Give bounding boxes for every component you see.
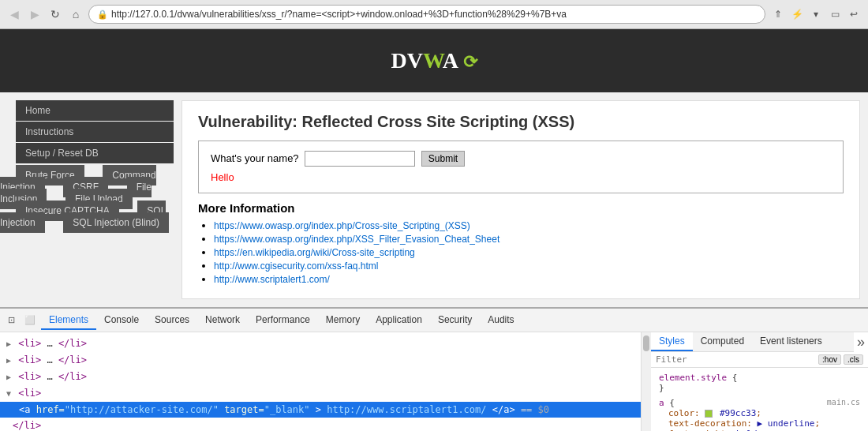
tag-open: <li> <box>18 371 41 382</box>
dvwa-logo-text: DV <box>391 48 422 73</box>
tag-close: </li> <box>58 338 87 349</box>
dvwa-header: DVWA ⟳ <box>0 29 868 92</box>
address-bar[interactable]: 🔒 http://127.0.0.1/dvwa/vulnerabilities/… <box>88 5 765 24</box>
security-icon: 🔒 <box>97 9 108 20</box>
links-list: https://www.owasp.org/index.php/Cross-si… <box>198 219 844 285</box>
reload-button[interactable]: ↻ <box>47 6 63 22</box>
link-1[interactable]: https://www.owasp.org/index.php/Cross-si… <box>214 220 470 231</box>
tab-elements[interactable]: Elements <box>41 311 96 330</box>
styles-content: element.style { } a { main.cs color: <box>651 368 868 431</box>
style-selector: element.style <box>659 373 727 383</box>
expand-arrow[interactable]: ▼ <box>6 389 11 398</box>
styles-tab-styles[interactable]: Styles <box>651 332 693 351</box>
styles-panel: Styles Computed Event listeners » :hov .… <box>651 332 868 431</box>
dom-tree-panel: ▶ <li> … </li> ▶ <li> … </li> ▶ <li> … <… <box>0 332 642 431</box>
dom-line[interactable]: ▶ <li> … </li> <box>0 352 641 369</box>
share-icon[interactable]: ⇑ <box>770 6 786 22</box>
tag-open: <li> <box>18 388 41 399</box>
list-item: http://www.scriptalert1.com/ <box>214 273 844 285</box>
collapse-arrow[interactable]: ▶ <box>6 356 11 365</box>
more-info-title: More Information <box>198 201 844 215</box>
style-rule-a: a { main.cs color: #99cc33; text-decorat… <box>659 398 860 431</box>
home-button[interactable]: ⌂ <box>68 6 84 22</box>
link-3[interactable]: https://en.wikipedia.org/wiki/Cross-site… <box>214 247 415 258</box>
tab-audits[interactable]: Audits <box>480 311 522 330</box>
devtools-toggle-icon[interactable]: ⊡ <box>3 313 19 328</box>
devtools-body: ▶ <li> … </li> ▶ <li> … </li> ▶ <li> … <… <box>0 332 868 431</box>
style-source: main.cs <box>827 398 860 407</box>
styles-more-icon[interactable]: » <box>854 334 868 350</box>
submit-button[interactable]: Submit <box>421 151 465 167</box>
tab-console[interactable]: Console <box>96 311 147 330</box>
style-rule-element: element.style { } <box>659 373 860 393</box>
page-title: Vulnerability: Reflected Cross Site Scri… <box>198 113 844 131</box>
tag-close: </li> <box>58 354 87 365</box>
styles-filter: :hov .cls <box>651 352 868 368</box>
sidebar-item-instructions[interactable]: Instructions <box>16 122 174 142</box>
dvwa-sidebar: Home Instructions Setup / Reset DB Brute… <box>0 92 174 307</box>
collapse-arrow[interactable]: ▶ <box>6 339 11 348</box>
dvwa-body: Home Instructions Setup / Reset DB Brute… <box>0 92 868 307</box>
form-label: What's your name? <box>211 152 299 164</box>
styles-tabs-row: Styles Computed Event listeners » <box>651 332 868 352</box>
tab-application[interactable]: Application <box>368 311 430 330</box>
dvwa-site: DVWA ⟳ Home Instructions Setup / Reset D… <box>0 29 868 307</box>
dropdown-icon[interactable]: ▾ <box>808 6 824 22</box>
main-area: DVWA ⟳ Home Instructions Setup / Reset D… <box>0 29 868 431</box>
devtools-panel: ⊡ ⬜ Elements Console Sources Network Per… <box>0 307 868 431</box>
back-button[interactable]: ◀ <box>6 6 22 22</box>
color-swatch[interactable] <box>705 410 713 418</box>
forward-button[interactable]: ▶ <box>27 6 43 22</box>
link-5[interactable]: http://www.scriptalert1.com/ <box>214 274 330 285</box>
dvwa-logo-swirl: ⟳ <box>463 52 477 72</box>
sidebar-item-sqlinjectionblind[interactable]: SQL Injection (Blind) <box>63 212 169 233</box>
color-prop-name: color: <box>668 408 700 418</box>
scrollbar-thumb <box>643 335 649 351</box>
tab-network[interactable]: Network <box>197 311 248 330</box>
dvwa-logo-green: W <box>423 48 443 73</box>
styles-tab-computed[interactable]: Computed <box>693 332 752 351</box>
tab-performance[interactable]: Performance <box>248 311 318 330</box>
devtools-tabs: ⊡ ⬜ Elements Console Sources Network Per… <box>0 309 868 332</box>
tag-open: <li> <box>18 338 41 349</box>
link-2[interactable]: https://www.owasp.org/index.php/XSS_Filt… <box>214 234 499 245</box>
tab-memory[interactable]: Memory <box>318 311 368 330</box>
list-item: https://en.wikipedia.org/wiki/Cross-site… <box>214 246 844 258</box>
back2-icon[interactable]: ↩ <box>846 6 862 22</box>
dom-line[interactable]: ▶ <li> … </li> <box>0 335 641 352</box>
textdec-value: ▶ underline <box>758 418 815 429</box>
browser-chrome: ◀ ▶ ↻ ⌂ 🔒 http://127.0.0.1/dvwa/vulnerab… <box>0 0 868 29</box>
style-selector-a: a <box>659 398 664 408</box>
dom-line[interactable]: </li> <box>0 418 641 431</box>
url-text: http://127.0.0.1/dvwa/vulnerabilities/xs… <box>111 9 567 20</box>
sidebar-item-home[interactable]: Home <box>16 100 174 121</box>
collapse-arrow[interactable]: ▶ <box>6 373 11 381</box>
tab-security[interactable]: Security <box>430 311 480 330</box>
dvwa-logo-a: A <box>443 48 458 73</box>
hover-badge[interactable]: :hov <box>818 354 841 365</box>
link-4[interactable]: http://www.cgisecurity.com/xss-faq.html <box>214 260 379 272</box>
tag-close: </li> <box>58 371 87 382</box>
tag-open: <li> <box>18 354 41 365</box>
sidebar-item-setup[interactable]: Setup / Reset DB <box>16 143 174 163</box>
styles-tabs: Styles Computed Event listeners <box>651 332 854 352</box>
scrollbar[interactable] <box>642 332 651 431</box>
dom-line-selected[interactable]: <a href="http://attacker-site.com/" targ… <box>0 402 641 418</box>
styles-tab-eventlisteners[interactable]: Event listeners <box>752 332 830 351</box>
list-item: https://www.owasp.org/index.php/XSS_Filt… <box>214 233 844 245</box>
devtools-inspect-icon[interactable]: ⬜ <box>22 313 38 328</box>
name-input[interactable] <box>305 151 415 167</box>
hello-text: Hello <box>211 171 831 183</box>
dom-line[interactable]: ▶ <li> … </li> <box>0 369 641 385</box>
textdec-name: text-decoration: <box>668 418 752 429</box>
list-item: https://www.owasp.org/index.php/Cross-si… <box>214 219 844 231</box>
lightning-icon[interactable]: ⚡ <box>789 6 805 22</box>
filter-badges: :hov .cls <box>818 354 863 365</box>
dom-line[interactable]: ▼ <li> <box>0 385 641 402</box>
tablet-icon[interactable]: ▭ <box>827 6 843 22</box>
tab-sources[interactable]: Sources <box>147 311 197 330</box>
dvwa-logo: DVWA ⟳ <box>391 48 477 73</box>
style-prop-textdecoration: text-decoration: ▶ underline; <box>668 418 820 429</box>
filter-input[interactable] <box>656 354 818 365</box>
cls-badge[interactable]: .cls <box>844 354 863 365</box>
